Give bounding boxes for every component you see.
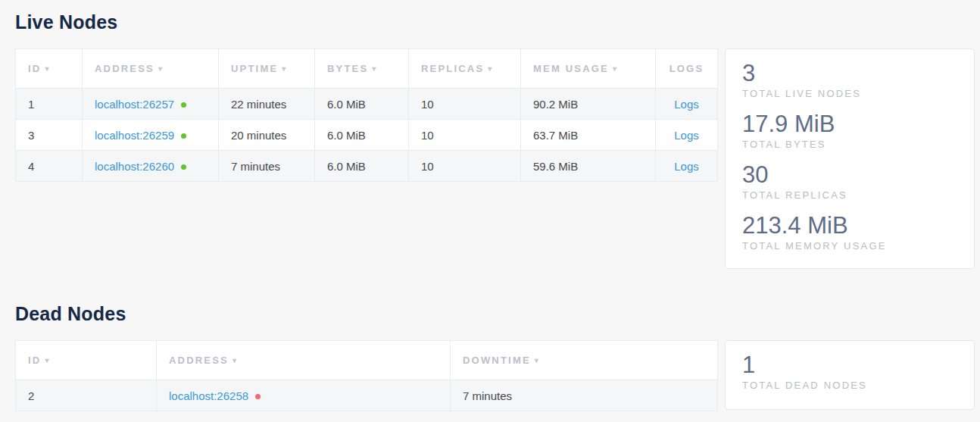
column-header-uptime[interactable]: UPTIME▾ bbox=[219, 49, 315, 89]
logs-link[interactable]: Logs bbox=[674, 129, 699, 142]
table-row: 4 localhost:26260 7 minutes 6.0 MiB 10 5… bbox=[16, 151, 718, 182]
summary-item: 3 TOTAL LIVE NODES bbox=[742, 59, 957, 100]
node-mem-usage-cell: 63.7 MiB bbox=[521, 120, 656, 151]
column-header-label: BYTES bbox=[327, 63, 368, 74]
node-uptime-cell: 7 minutes bbox=[219, 151, 315, 182]
sort-arrow-icon: ▾ bbox=[372, 64, 377, 73]
column-header-label: REPLICAS bbox=[421, 63, 484, 74]
column-header-label: ID bbox=[28, 355, 41, 366]
column-header-label: ID bbox=[28, 63, 41, 74]
summary-value: 1 bbox=[742, 351, 957, 379]
dead-nodes-summary-panel: 1 TOTAL DEAD NODES bbox=[725, 340, 975, 410]
node-replicas-cell: 10 bbox=[409, 151, 521, 182]
node-address-cell: localhost:26259 bbox=[83, 120, 219, 151]
column-header-address[interactable]: ADDRESS▾ bbox=[83, 49, 219, 89]
sort-arrow-icon: ▾ bbox=[158, 64, 164, 73]
node-address-link[interactable]: localhost:26258 bbox=[169, 389, 248, 402]
column-header-bytes[interactable]: BYTES▾ bbox=[315, 49, 409, 89]
logs-link[interactable]: Logs bbox=[674, 98, 699, 111]
table-row: 2 localhost:26258 7 minutes bbox=[16, 380, 718, 411]
nodes-overview-page: Live Nodes ID▾ ADDRESS▾ UPTIME▾ BYTES▾ R… bbox=[0, 0, 980, 411]
summary-item: 213.4 MiB TOTAL MEMORY USAGE bbox=[742, 211, 957, 252]
node-logs-cell: Logs bbox=[656, 89, 718, 120]
node-dead-status-icon bbox=[255, 394, 261, 399]
summary-value: 3 bbox=[742, 59, 957, 87]
node-id-cell: 2 bbox=[16, 380, 157, 411]
summary-label: TOTAL REPLICAS bbox=[742, 189, 957, 202]
node-address-cell: localhost:26258 bbox=[157, 380, 451, 411]
summary-label: TOTAL DEAD NODES bbox=[742, 380, 957, 392]
sort-arrow-icon: ▾ bbox=[45, 64, 50, 73]
column-header-mem-usage[interactable]: MEM USAGE▾ bbox=[521, 49, 656, 89]
summary-value: 30 bbox=[742, 161, 957, 189]
dead-table-header-row: ID▾ ADDRESS▾ DOWNTIME▾ bbox=[16, 341, 718, 380]
node-bytes-cell: 6.0 MiB bbox=[315, 120, 409, 151]
node-address-cell: localhost:26260 bbox=[83, 151, 219, 182]
sort-arrow-icon: ▾ bbox=[488, 64, 493, 73]
live-nodes-title: Live Nodes bbox=[15, 11, 975, 33]
node-replicas-cell: 10 bbox=[409, 120, 521, 151]
summary-item: 1 TOTAL DEAD NODES bbox=[742, 351, 957, 392]
column-header-id[interactable]: ID▾ bbox=[16, 49, 83, 89]
column-header-replicas[interactable]: REPLICAS▾ bbox=[409, 49, 521, 89]
column-header-logs: LOGS bbox=[656, 49, 718, 89]
sort-arrow-icon: ▾ bbox=[613, 64, 618, 73]
live-nodes-summary-panel: 3 TOTAL LIVE NODES 17.9 MiB TOTAL BYTES … bbox=[725, 48, 975, 269]
live-nodes-table: ID▾ ADDRESS▾ UPTIME▾ BYTES▾ REPLICAS▾ ME… bbox=[15, 48, 718, 182]
column-header-label: ADDRESS bbox=[169, 355, 229, 366]
dead-nodes-table: ID▾ ADDRESS▾ DOWNTIME▾ 2 localhost:26258… bbox=[15, 340, 718, 411]
summary-item: 30 TOTAL REPLICAS bbox=[742, 161, 957, 202]
summary-label: TOTAL MEMORY USAGE bbox=[742, 240, 957, 252]
sort-arrow-icon: ▾ bbox=[535, 356, 540, 364]
node-bytes-cell: 6.0 MiB bbox=[315, 151, 409, 182]
node-mem-usage-cell: 59.6 MiB bbox=[521, 151, 656, 182]
column-header-label: LOGS bbox=[669, 63, 704, 74]
node-bytes-cell: 6.0 MiB bbox=[315, 89, 409, 120]
node-address-link[interactable]: localhost:26259 bbox=[95, 129, 174, 142]
node-downtime-cell: 7 minutes bbox=[451, 380, 718, 411]
table-row: 1 localhost:26257 22 minutes 6.0 MiB 10 … bbox=[16, 89, 718, 120]
node-address-link[interactable]: localhost:26260 bbox=[95, 160, 174, 173]
node-id-cell: 4 bbox=[16, 151, 83, 182]
node-logs-cell: Logs bbox=[656, 151, 718, 182]
summary-label: TOTAL BYTES bbox=[742, 139, 957, 151]
live-table-header-row: ID▾ ADDRESS▾ UPTIME▾ BYTES▾ REPLICAS▾ ME… bbox=[16, 49, 718, 89]
logs-link[interactable]: Logs bbox=[674, 160, 699, 173]
summary-item: 17.9 MiB TOTAL BYTES bbox=[742, 110, 957, 151]
summary-label: TOTAL LIVE NODES bbox=[742, 88, 957, 100]
column-header-address[interactable]: ADDRESS▾ bbox=[157, 341, 451, 380]
node-live-status-icon bbox=[181, 133, 186, 139]
column-header-label: ADDRESS bbox=[95, 63, 154, 74]
node-live-status-icon bbox=[181, 164, 186, 170]
node-address-cell: localhost:26257 bbox=[83, 89, 219, 120]
dead-nodes-title: Dead Nodes bbox=[15, 302, 975, 325]
node-replicas-cell: 10 bbox=[409, 89, 521, 120]
node-id-cell: 3 bbox=[16, 120, 83, 151]
column-header-label: MEM USAGE bbox=[533, 63, 609, 74]
node-live-status-icon bbox=[181, 102, 186, 108]
node-logs-cell: Logs bbox=[656, 120, 718, 151]
column-header-downtime[interactable]: DOWNTIME▾ bbox=[451, 341, 718, 380]
sort-arrow-icon: ▾ bbox=[282, 64, 287, 73]
node-uptime-cell: 20 minutes bbox=[219, 120, 315, 151]
dead-nodes-section: ID▾ ADDRESS▾ DOWNTIME▾ 2 localhost:26258… bbox=[15, 340, 975, 411]
node-id-cell: 1 bbox=[16, 89, 83, 120]
table-row: 3 localhost:26259 20 minutes 6.0 MiB 10 … bbox=[16, 120, 718, 151]
column-header-label: UPTIME bbox=[231, 63, 278, 74]
summary-value: 213.4 MiB bbox=[742, 211, 957, 239]
node-address-link[interactable]: localhost:26257 bbox=[95, 98, 174, 111]
sort-arrow-icon: ▾ bbox=[233, 356, 238, 364]
live-nodes-section: ID▾ ADDRESS▾ UPTIME▾ BYTES▾ REPLICAS▾ ME… bbox=[15, 48, 975, 269]
column-header-label: DOWNTIME bbox=[463, 355, 531, 366]
node-uptime-cell: 22 minutes bbox=[219, 89, 315, 120]
summary-value: 17.9 MiB bbox=[742, 110, 957, 138]
node-mem-usage-cell: 90.2 MiB bbox=[521, 89, 656, 120]
column-header-id[interactable]: ID▾ bbox=[16, 341, 157, 380]
sort-arrow-icon: ▾ bbox=[45, 356, 50, 364]
